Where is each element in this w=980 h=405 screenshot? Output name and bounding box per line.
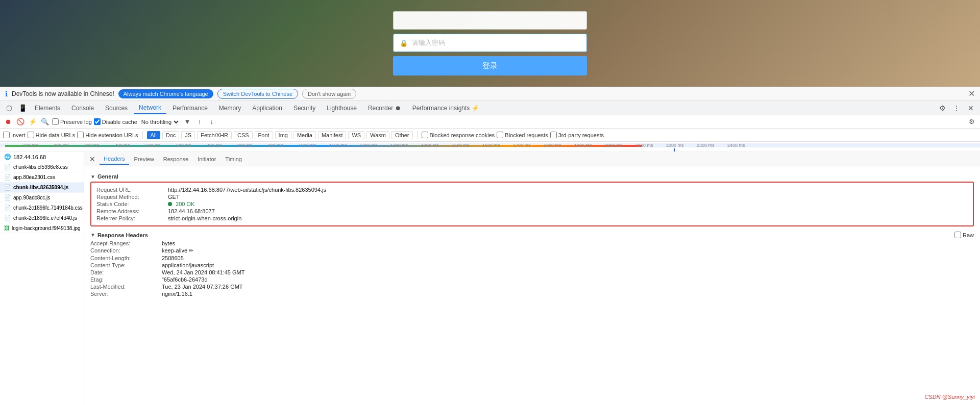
- settings-gear-icon[interactable]: ⚙: [936, 102, 948, 114]
- response-headers-section-title[interactable]: ▼ Response Headers Raw: [90, 232, 974, 238]
- filter-js-button[interactable]: JS: [181, 131, 195, 139]
- search-icon[interactable]: 🔍: [40, 117, 50, 127]
- filter-all-button[interactable]: All: [147, 131, 160, 139]
- raw-label[interactable]: Raw: [954, 232, 974, 238]
- close-notification-button[interactable]: ✕: [968, 89, 975, 98]
- timeline-bar: 100 ms 200 ms 300 ms 400 ms 500 ms 600 m…: [0, 142, 980, 152]
- switch-devtools-button[interactable]: Switch DevTools to Chinese: [217, 89, 298, 99]
- general-section-title[interactable]: ▼ General: [90, 173, 974, 180]
- tick-1000: 1000 ms: [299, 143, 316, 148]
- username-field[interactable]: [393, 11, 587, 30]
- tab-performance-insights[interactable]: Performance insights ⚡: [407, 103, 484, 114]
- filter-manifest-button[interactable]: Manifest: [318, 131, 347, 139]
- tab-lighthouse[interactable]: Lighthouse: [322, 103, 362, 114]
- preserve-log-checkbox[interactable]: [52, 118, 59, 125]
- clear-icon[interactable]: 🚫: [15, 117, 26, 127]
- tick-900: 900 ms: [268, 143, 283, 148]
- filter-fetchxhr-button[interactable]: Fetch/XHR: [197, 131, 232, 139]
- close-detail-icon[interactable]: ✕: [88, 155, 96, 163]
- main-content-area: 🌐 182.44.16.68 📄 chunk-libs.cf5936e8.css…: [0, 152, 980, 405]
- filter-img-button[interactable]: Img: [275, 131, 291, 139]
- tab-headers[interactable]: Headers: [100, 154, 129, 165]
- tab-memory[interactable]: Memory: [214, 103, 246, 114]
- more-options-icon[interactable]: ⋮: [950, 102, 963, 114]
- request-url-value: http://182.44.16.68:8077/web-ui/static/j…: [168, 187, 326, 193]
- password-field[interactable]: 🔒 请输入密码: [393, 34, 587, 52]
- tab-security[interactable]: Security: [288, 103, 321, 114]
- filter-media-button[interactable]: Media: [293, 131, 316, 139]
- always-match-button[interactable]: Always match Chrome's language: [118, 89, 213, 98]
- devtools-tabs-toolbar: ⬡ 📱 Elements Console Sources Network Per…: [0, 101, 980, 115]
- settings-network-icon[interactable]: ⚙: [967, 117, 977, 127]
- preserve-log-label[interactable]: Preserve log: [52, 118, 92, 125]
- hide-data-urls-label[interactable]: Hide data URLs: [28, 132, 76, 138]
- invert-label[interactable]: Invert: [3, 132, 26, 138]
- remote-address-row: Remote Address: 182.44.16.68:8077: [96, 208, 968, 214]
- blocked-cookies-checkbox[interactable]: [422, 132, 428, 138]
- tick-800: 800 ms: [237, 143, 253, 148]
- tab-elements[interactable]: Elements: [30, 103, 65, 114]
- list-item[interactable]: 🖼 login-background.f9f49138.jpg: [0, 223, 84, 233]
- device-icon[interactable]: 📱: [16, 102, 29, 114]
- edit-icon[interactable]: ✏: [189, 247, 193, 254]
- list-item[interactable]: 📄 chunk-2c1896fc.e7ef4d40.js: [0, 213, 84, 223]
- headers-content: ▼ General Request URL: http://182.44.16.…: [84, 166, 980, 302]
- tick-2100: 2100 ms: [635, 143, 653, 148]
- tick-2300: 2300 ms: [697, 143, 715, 148]
- export-icon[interactable]: ↓: [207, 117, 217, 127]
- filter-font-button[interactable]: Font: [255, 131, 273, 139]
- list-item[interactable]: 📄 app.90adc8cc.js: [0, 193, 84, 203]
- tick-1400: 1400 ms: [421, 143, 439, 148]
- blocked-requests-label[interactable]: Blocked requests: [497, 132, 548, 138]
- filter-doc-button[interactable]: Doc: [162, 131, 180, 139]
- filter-css-button[interactable]: CSS: [234, 131, 253, 139]
- blocked-requests-checkbox[interactable]: [497, 132, 503, 138]
- list-item[interactable]: 📄 chunk-2c1896fc.7149184b.css: [0, 203, 84, 213]
- referrer-policy-key: Referrer Policy:: [96, 215, 168, 221]
- third-party-label[interactable]: 3rd-party requests: [550, 132, 604, 138]
- hide-data-urls-checkbox[interactable]: [28, 132, 34, 138]
- disable-cache-label[interactable]: Disable cache: [94, 118, 137, 125]
- invert-checkbox[interactable]: [3, 132, 10, 138]
- hide-extension-urls-checkbox[interactable]: [77, 132, 84, 138]
- tab-sources[interactable]: Sources: [100, 103, 133, 114]
- tab-initiator[interactable]: Initiator: [193, 154, 220, 164]
- last-modified-value: Tue, 23 Jan 2024 07:37:26 GMT: [162, 284, 243, 290]
- tab-application[interactable]: Application: [247, 103, 287, 114]
- tab-recorder[interactable]: Recorder ⏺: [363, 103, 406, 114]
- server-row: Server: nginx/1.16.1: [90, 291, 974, 297]
- timeline-inner: 100 ms 200 ms 300 ms 400 ms 500 ms 600 m…: [0, 142, 980, 151]
- list-item-active[interactable]: 📄 chunk-libs.82635094.js: [0, 183, 84, 193]
- filter-other-button[interactable]: Other: [391, 131, 413, 139]
- list-item[interactable]: 📄 app.80ea2301.css: [0, 172, 84, 183]
- tab-performance[interactable]: Performance: [167, 103, 213, 114]
- date-value: Wed, 24 Jan 2024 08:41:45 GMT: [162, 269, 244, 275]
- inspect-icon[interactable]: ⬡: [3, 102, 15, 114]
- third-party-checkbox[interactable]: [550, 132, 557, 138]
- tab-timing[interactable]: Timing: [221, 154, 246, 164]
- filter-ws-button[interactable]: WS: [348, 131, 364, 139]
- js-file-icon: 📄: [4, 184, 11, 191]
- filter-wasm-button[interactable]: Wasm: [366, 131, 389, 139]
- record-icon[interactable]: ⏺: [3, 117, 13, 127]
- list-item[interactable]: 🌐 182.44.16.68: [0, 152, 84, 162]
- tick-1600: 1600 ms: [482, 143, 500, 148]
- tab-preview[interactable]: Preview: [130, 154, 158, 164]
- throttle-select[interactable]: No throttling: [139, 118, 180, 125]
- disable-cache-checkbox[interactable]: [94, 118, 101, 125]
- dont-show-again-button[interactable]: Don't show again: [302, 89, 356, 99]
- hide-extension-urls-label[interactable]: Hide extension URLs: [77, 132, 138, 138]
- close-devtools-icon[interactable]: ✕: [965, 102, 977, 114]
- blocked-cookies-label[interactable]: Blocked response cookies: [422, 132, 495, 138]
- login-button[interactable]: 登录: [393, 56, 587, 75]
- filter-icon[interactable]: ⚡: [28, 117, 38, 127]
- tab-console[interactable]: Console: [66, 103, 99, 114]
- general-highlight-box: Request URL: http://182.44.16.68:8077/we…: [90, 182, 974, 226]
- import-icon[interactable]: ↑: [194, 117, 205, 127]
- throttle-arrow-icon[interactable]: ▼: [182, 117, 192, 127]
- response-headers-arrow-icon: ▼: [90, 232, 95, 238]
- tab-response[interactable]: Response: [159, 154, 193, 164]
- raw-checkbox[interactable]: [954, 232, 961, 238]
- list-item[interactable]: 📄 chunk-libs.cf5936e8.css: [0, 162, 84, 172]
- tab-network[interactable]: Network: [134, 102, 166, 114]
